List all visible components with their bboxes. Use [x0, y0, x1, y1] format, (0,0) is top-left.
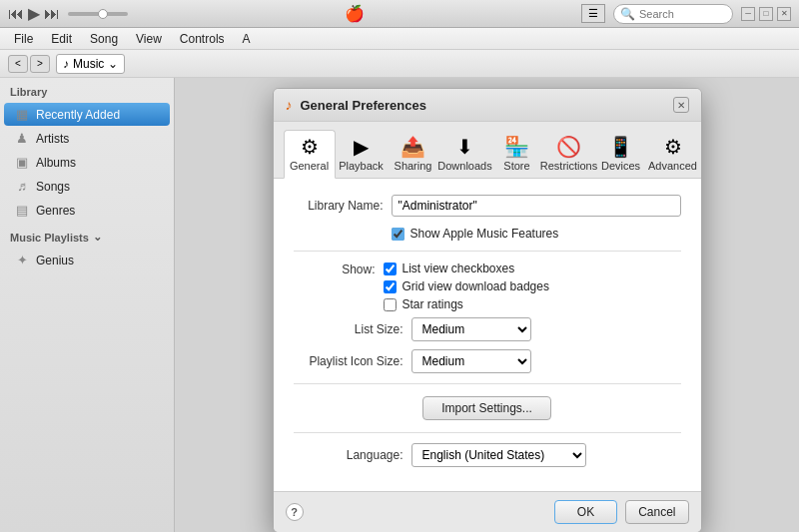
forward-nav-button[interactable]: >: [30, 55, 50, 73]
apple-music-label: Show Apple Music Features: [410, 227, 559, 241]
modal-title-bar: ♪ General Preferences ✕: [274, 89, 701, 122]
sidebar-label-albums: Albums: [36, 156, 76, 170]
songs-icon: ♬: [14, 179, 30, 194]
tab-general[interactable]: ⚙ General: [284, 130, 336, 179]
menu-more[interactable]: A: [235, 30, 259, 48]
list-view-label: List view checkboxes: [402, 262, 515, 275]
ok-button[interactable]: OK: [554, 500, 617, 524]
minimize-button[interactable]: ─: [741, 7, 755, 21]
grid-view-checkbox-row: Grid view download badges: [384, 279, 549, 293]
transport-controls: ⏮ ▶ ⏭: [8, 6, 60, 22]
language-label: Language:: [294, 448, 403, 462]
menu-view[interactable]: View: [128, 30, 170, 48]
playlists-section-header: Music Playlists ⌄: [0, 223, 174, 248]
toolbar-tabs: ⚙ General ▶ Playback 📤 Sharing ⬇: [274, 122, 701, 179]
star-ratings-checkbox-row: Star ratings: [384, 297, 549, 311]
import-btn-row: Import Settings...: [294, 396, 681, 420]
help-button[interactable]: ?: [286, 503, 304, 521]
itunes-window: ⏮ ▶ ⏭ 🍎 ☰ 🔍 ─ □ ✕ File Edit Song View Co…: [0, 0, 799, 532]
recently-added-icon: ▦: [14, 107, 30, 122]
general-tab-icon: ⚙: [301, 137, 319, 157]
store-tab-label: Store: [503, 160, 529, 172]
advanced-tab-icon: ⚙: [664, 137, 682, 157]
modal-footer: ? OK Cancel: [274, 491, 701, 532]
sidebar-item-artists[interactable]: ♟ Artists: [4, 127, 170, 150]
sidebar-label-genres: Genres: [36, 204, 75, 218]
list-size-label: List Size:: [294, 322, 403, 336]
sidebar-item-songs[interactable]: ♬ Songs: [4, 175, 170, 198]
genres-icon: ▤: [14, 203, 30, 218]
sidebar-item-genius[interactable]: ✦ Genius: [4, 249, 170, 271]
import-settings-button[interactable]: Import Settings...: [422, 396, 551, 420]
volume-slider[interactable]: [68, 12, 128, 16]
tab-devices[interactable]: 📱 Devices: [595, 130, 647, 178]
modal-overlay: ♪ General Preferences ✕ ⚙ General ▶ Play…: [175, 78, 799, 532]
forward-button[interactable]: ⏭: [44, 6, 60, 22]
tab-sharing[interactable]: 📤 Sharing: [388, 130, 439, 178]
list-size-row: List Size: Small Medium Large: [294, 317, 681, 341]
list-view-checkbox-row: List view checkboxes: [384, 262, 549, 275]
playlists-arrow-icon: ⌄: [93, 231, 102, 244]
sharing-tab-icon: 📤: [400, 137, 425, 157]
menu-file[interactable]: File: [6, 30, 41, 48]
playlist-icon-size-row: Playlist Icon Size: Small Medium Large: [294, 349, 681, 373]
maximize-button[interactable]: □: [759, 7, 773, 21]
grid-view-checkbox[interactable]: [384, 280, 397, 293]
footer-buttons: OK Cancel: [554, 500, 689, 524]
star-ratings-checkbox[interactable]: [384, 298, 397, 311]
menu-edit[interactable]: Edit: [43, 30, 80, 48]
list-view-button[interactable]: ☰: [581, 4, 605, 23]
tab-store[interactable]: 🏪 Store: [491, 130, 543, 178]
albums-icon: ▣: [14, 155, 30, 170]
modal-title-icon: ♪: [286, 97, 293, 113]
volume-thumb: [98, 9, 108, 19]
cancel-button[interactable]: Cancel: [625, 500, 688, 524]
sidebar-item-genres[interactable]: ▤ Genres: [4, 199, 170, 222]
list-view-checkbox[interactable]: [384, 263, 397, 275]
apple-music-checkbox[interactable]: [392, 228, 404, 241]
modal-body: Library Name: Show Apple Music Features …: [274, 179, 701, 491]
menu-bar: File Edit Song View Controls A: [0, 28, 799, 50]
tab-restrictions[interactable]: 🚫 Restrictions: [543, 130, 595, 178]
divider-1: [294, 251, 681, 252]
nav-location[interactable]: ♪ Music ⌄: [56, 54, 125, 74]
rewind-button[interactable]: ⏮: [8, 6, 24, 22]
library-name-label: Library Name:: [294, 199, 384, 213]
nav-bar: < > ♪ Music ⌄: [0, 50, 799, 78]
search-input[interactable]: [639, 8, 719, 20]
general-preferences-dialog: ♪ General Preferences ✕ ⚙ General ▶ Play…: [273, 88, 702, 532]
title-bar: ⏮ ▶ ⏭ 🍎 ☰ 🔍 ─ □ ✕: [0, 0, 799, 28]
menu-song[interactable]: Song: [82, 30, 126, 48]
menu-controls[interactable]: Controls: [172, 30, 233, 48]
sidebar-item-albums[interactable]: ▣ Albums: [4, 151, 170, 174]
playlists-label: Music Playlists: [10, 232, 89, 244]
show-label: Show:: [294, 262, 384, 276]
sidebar-item-recently-added[interactable]: ▦ Recently Added: [4, 103, 170, 126]
language-select[interactable]: English (United States) French German Sp…: [411, 443, 586, 467]
content-area: ♪ General Preferences ✕ ⚙ General ▶ Play…: [175, 78, 799, 532]
downloads-tab-icon: ⬇: [456, 137, 473, 157]
modal-title-text: General Preferences: [301, 98, 665, 113]
window-controls: ─ □ ✕: [741, 7, 791, 21]
playlist-icon-size-select[interactable]: Small Medium Large: [411, 349, 531, 373]
tab-downloads[interactable]: ⬇ Downloads: [439, 130, 491, 178]
nav-arrows: < >: [8, 55, 50, 73]
close-button[interactable]: ✕: [777, 7, 791, 21]
show-checkboxes: List view checkboxes Grid view download …: [384, 262, 549, 311]
main-content: Library ▦ Recently Added ♟ Artists ▣ Alb…: [0, 78, 799, 532]
apple-music-row: Show Apple Music Features: [294, 227, 681, 241]
store-tab-icon: 🏪: [504, 137, 529, 157]
modal-close-button[interactable]: ✕: [673, 97, 689, 113]
artists-icon: ♟: [14, 131, 30, 146]
show-options-row: Show: List view checkboxes Grid view dow…: [294, 262, 681, 311]
library-name-input[interactable]: [392, 195, 681, 217]
restrictions-tab-icon: 🚫: [556, 137, 581, 157]
devices-tab-icon: 📱: [608, 137, 633, 157]
list-size-select[interactable]: Small Medium Large: [411, 317, 531, 341]
play-button[interactable]: ▶: [28, 6, 40, 22]
tab-playback[interactable]: ▶ Playback: [336, 130, 388, 178]
playback-tab-icon: ▶: [354, 137, 369, 157]
tab-advanced[interactable]: ⚙ Advanced: [647, 130, 699, 178]
genius-icon: ✦: [14, 253, 30, 267]
back-button[interactable]: <: [8, 55, 28, 73]
